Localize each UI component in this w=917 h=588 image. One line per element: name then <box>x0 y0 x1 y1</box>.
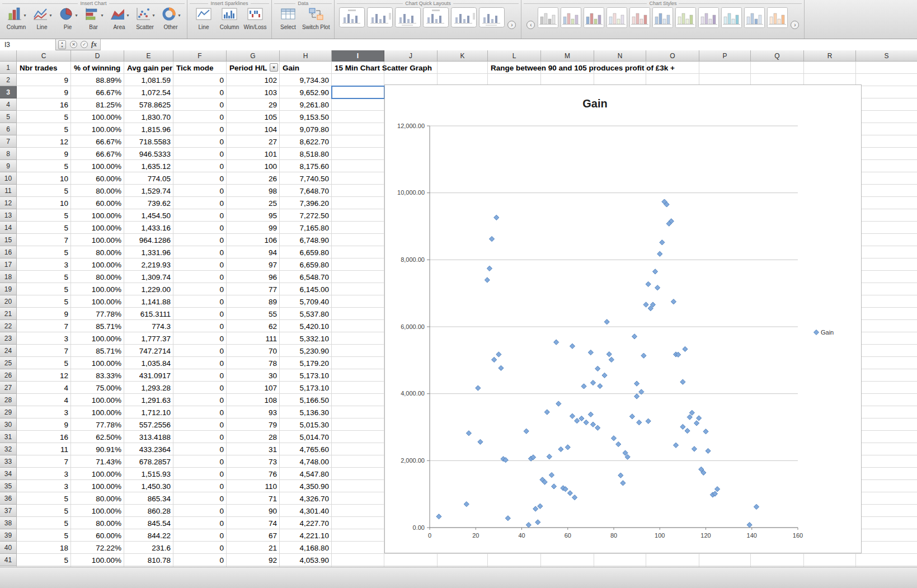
row-header-39[interactable]: 39 <box>0 529 17 542</box>
cell-E24[interactable]: 747.2714 <box>124 345 173 357</box>
cell-D10[interactable]: 60.00% <box>71 172 124 185</box>
cell-E13[interactable]: 1,454.50 <box>124 209 173 222</box>
cell-H15[interactable]: 6,748.90 <box>280 234 332 246</box>
cell-F18[interactable]: 0 <box>173 271 227 283</box>
cell-G4[interactable]: 29 <box>227 98 280 111</box>
cell-C10[interactable]: 10 <box>17 172 71 185</box>
cell-D2[interactable]: 88.89% <box>71 74 124 86</box>
cell-G28[interactable]: 108 <box>227 394 280 406</box>
cell-H30[interactable]: 5,015.30 <box>280 418 332 431</box>
cell-E40[interactable]: 231.6 <box>124 542 173 554</box>
chart-layout-thumbnail[interactable] <box>479 7 505 30</box>
select-all-corner[interactable] <box>0 50 17 62</box>
cell-C31[interactable]: 16 <box>17 431 71 443</box>
chart-style-thumbnail[interactable] <box>538 7 558 30</box>
cell-F25[interactable]: 0 <box>173 357 227 369</box>
cell-H22[interactable]: 5,420.10 <box>280 320 332 332</box>
column-header-O[interactable]: O <box>646 50 699 62</box>
cell-D40[interactable]: 72.22% <box>71 542 124 554</box>
cell-H18[interactable]: 6,548.70 <box>280 271 332 283</box>
cell-D23[interactable]: 100.00% <box>71 332 124 345</box>
ribbon-button-insert-chart-bar[interactable]: ▾Bar <box>81 7 106 30</box>
cell-D37[interactable]: 100.00% <box>71 505 124 517</box>
cell-F19[interactable]: 0 <box>173 283 227 295</box>
cell-E28[interactable]: 1,291.63 <box>124 394 173 406</box>
cell-H7[interactable]: 8,622.70 <box>280 135 332 148</box>
row-header-35[interactable]: 35 <box>0 480 17 492</box>
cell-C8[interactable]: 9 <box>17 148 71 160</box>
cell-H34[interactable]: 4,547.80 <box>280 468 332 480</box>
cell-E18[interactable]: 1,309.74 <box>124 271 173 283</box>
cell-G20[interactable]: 89 <box>227 295 280 308</box>
cell-C37[interactable]: 5 <box>17 505 71 517</box>
header-cell-C1[interactable]: Nbr trades <box>17 62 71 74</box>
header-cell-F1[interactable]: Tick mode <box>173 62 227 74</box>
ribbon-button-insert-chart-area[interactable]: ▾Area <box>106 7 132 30</box>
cell-G34[interactable]: 76 <box>227 468 280 480</box>
column-header-C[interactable]: C <box>17 50 71 62</box>
ribbon-button-insert-chart-other[interactable]: ▾Other <box>158 7 184 30</box>
row-header-28[interactable]: 28 <box>0 394 17 406</box>
cell-F36[interactable]: 0 <box>173 492 227 505</box>
column-header-E[interactable]: E <box>124 50 173 62</box>
cell-H31[interactable]: 5,014.70 <box>280 431 332 443</box>
ribbon-button-insert-chart-scatter[interactable]: ▾Scatter <box>132 7 158 30</box>
cell-D24[interactable]: 85.71% <box>71 345 124 357</box>
row-header-6[interactable]: 6 <box>0 123 17 135</box>
cell-G17[interactable]: 97 <box>227 258 280 271</box>
cell-H10[interactable]: 7,740.50 <box>280 172 332 185</box>
cell-C38[interactable]: 5 <box>17 517 71 529</box>
cell-C12[interactable]: 10 <box>17 197 71 209</box>
cell-D9[interactable]: 100.00% <box>71 160 124 172</box>
cell-H33[interactable]: 4,748.00 <box>280 455 332 468</box>
cell-H36[interactable]: 4,326.70 <box>280 492 332 505</box>
chart-layout-thumbnail[interactable] <box>395 7 421 30</box>
row-header-26[interactable]: 26 <box>0 369 17 382</box>
cell-H38[interactable]: 4,227.70 <box>280 517 332 529</box>
cell-H23[interactable]: 5,332.10 <box>280 332 332 345</box>
row-header-24[interactable]: 24 <box>0 345 17 357</box>
cell-C29[interactable]: 3 <box>17 406 71 418</box>
cell-E30[interactable]: 557.2556 <box>124 418 173 431</box>
cell-G25[interactable]: 78 <box>227 357 280 369</box>
row-header-32[interactable]: 32 <box>0 443 17 455</box>
cancel-icon[interactable]: ✕ <box>70 41 77 48</box>
header-cell-H1[interactable]: Gain <box>280 62 332 74</box>
cell-D16[interactable]: 80.00% <box>71 246 124 258</box>
cell-D12[interactable]: 60.00% <box>71 197 124 209</box>
cell-D20[interactable]: 100.00% <box>71 295 124 308</box>
cell-C36[interactable]: 5 <box>17 492 71 505</box>
row-header-31[interactable]: 31 <box>0 431 17 443</box>
cell-F37[interactable]: 0 <box>173 505 227 517</box>
cell-C32[interactable]: 11 <box>17 443 71 455</box>
header-cell-D1[interactable]: % of winning <box>71 62 124 74</box>
cell-G31[interactable]: 28 <box>227 431 280 443</box>
row-header-10[interactable]: 10 <box>0 172 17 185</box>
cell-D30[interactable]: 77.78% <box>71 418 124 431</box>
cell-G6[interactable]: 104 <box>227 123 280 135</box>
header-cell-I1[interactable]: 15 Min Chart Scatter Graph <box>332 62 435 74</box>
name-box-stepper[interactable]: ▲▼ <box>58 40 66 49</box>
cell-C35[interactable]: 3 <box>17 480 71 492</box>
cell-F11[interactable]: 0 <box>173 185 227 197</box>
cell-D32[interactable]: 90.91% <box>71 443 124 455</box>
row-header-21[interactable]: 21 <box>0 308 17 320</box>
chart-style-thumbnail[interactable] <box>744 7 765 30</box>
cell-F27[interactable]: 0 <box>173 382 227 394</box>
cell-E11[interactable]: 1,529.74 <box>124 185 173 197</box>
row-header-12[interactable]: 12 <box>0 197 17 209</box>
cell-F40[interactable]: 0 <box>173 542 227 554</box>
cell-D14[interactable]: 100.00% <box>71 222 124 234</box>
gain-scatter-chart[interactable]: Gain 0.002,000.004,000.006,000.008,000.0… <box>384 84 862 553</box>
cell-G8[interactable]: 101 <box>227 148 280 160</box>
cell-C24[interactable]: 7 <box>17 345 71 357</box>
cell-F14[interactable]: 0 <box>173 222 227 234</box>
row-header-2[interactable]: 2 <box>0 74 17 86</box>
cell-H12[interactable]: 7,396.20 <box>280 197 332 209</box>
cell-F13[interactable]: 0 <box>173 209 227 222</box>
cell-H27[interactable]: 5,173.10 <box>280 382 332 394</box>
cell-D28[interactable]: 100.00% <box>71 394 124 406</box>
ribbon-button-insert-chart-pie[interactable]: ▾Pie <box>55 7 81 30</box>
column-header-L[interactable]: L <box>488 50 541 62</box>
column-header-I[interactable]: I <box>332 50 384 62</box>
